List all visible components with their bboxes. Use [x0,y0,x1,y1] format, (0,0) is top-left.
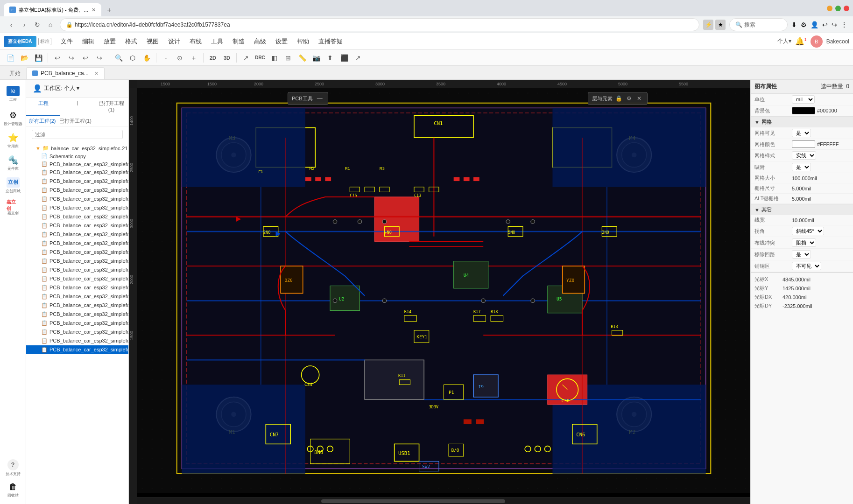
browser-tab-active[interactable]: E 嘉立创EDA(标准版) - 免费、易... ✕ [4,3,101,16]
home-button[interactable]: ⌂ [45,19,56,30]
redo-button[interactable]: ↪ [65,51,78,64]
tree-file-7[interactable]: 📋 PCB_balance_car_esp32_simplefoc-21 2可成… [26,212,128,221]
tree-file-9[interactable]: 📋 PCB_balance_car_esp32_simplefoc-21 3手动… [26,230,128,239]
tree-file-20[interactable]: 📋 PCB_balance_car_esp32_simplefoc-21 6.覆… [26,328,128,336]
menu-view[interactable]: 视图 [143,35,162,48]
sidebar-icon-comp-lib[interactable]: 🔩 元件库 [3,153,23,173]
scrollbar-thumb-h[interactable] [321,499,505,503]
username[interactable]: Bakecool [826,38,849,45]
forward-button[interactable]: › [19,19,30,30]
tree-file-14[interactable]: 📋 PCB_balance_car_esp32_simplefoc-21 4自动… [26,274,128,283]
grid-style-dropdown[interactable]: 实线 点线 [792,151,816,160]
maximize-button[interactable] [835,6,841,11]
sidebar-icon-shop[interactable]: 立创 立创商城 [3,175,23,196]
grid-color-swatch[interactable] [792,140,815,148]
routing-conflict-dropdown[interactable]: 阻挡 忽略 [792,238,816,247]
open-file-button[interactable]: 📂 [18,51,31,64]
tab-pcb[interactable]: PCB_balance_ca... ✕ [26,67,105,79]
pcb-tools-minimize[interactable]: — [316,94,324,103]
menu-advanced[interactable]: 高级 [250,35,270,48]
grid-section-header[interactable]: ▼ 网格 [751,117,853,127]
unit-dropdown[interactable]: mil mm [792,95,815,104]
arrow-button[interactable]: ↗ [240,51,253,64]
layers-lock[interactable]: 🔒 [614,94,623,103]
snap-dropdown[interactable]: 是 否 [792,163,811,171]
grid-btn[interactable]: ⊞ [282,51,295,64]
tree-file-6[interactable]: 📋 PCB_balance_car_esp32_simplefoc-21 2可成… [26,203,128,212]
zoom-fit-button[interactable]: ⊙ [173,51,186,64]
tree-file-22[interactable]: 📋 PCB_balance_car_esp32_simplefoc-21 6.覆… [26,345,128,354]
horizontal-scrollbar[interactable] [137,497,750,504]
history-icon[interactable]: ↩ [822,21,828,28]
other-section-header[interactable]: ▼ 其它 [751,204,853,215]
2d-button[interactable]: 2D [206,51,219,64]
forward-hist-icon[interactable]: ↪ [832,21,837,28]
back-button[interactable]: ‹ [6,19,17,30]
panel-tab-project[interactable]: 工程 [26,98,60,116]
tree-file-2[interactable]: 📋 PCB_balance_car_esp32_simplefoc-21 1副本 [26,168,128,177]
undo2-button[interactable]: ↩ [79,51,92,64]
pan-button[interactable]: ✋ [140,51,153,64]
layers-settings[interactable]: ⚙ [625,94,633,103]
tree-file-11[interactable]: 📋 PCB_balance_car_esp32_simplefoc-21 4自动… [26,248,128,257]
tree-project-root[interactable]: ▼ 📁 balance_car_esp32_simplefoc-21 [26,144,128,152]
tree-file-21[interactable]: 📋 PCB_balance_car_esp32_simplefoc-21 6.覆… [26,336,128,345]
tab-close-button[interactable]: ✕ [92,7,96,13]
menu-settings[interactable]: 设置 [272,35,291,48]
zoom-out-button[interactable]: - [159,51,172,64]
extensions-icon[interactable]: ⚙ [801,21,807,28]
tree-file-16[interactable]: 📋 PCB_balance_car_esp32_simplefoc-21 5自动… [26,292,128,301]
url-bar[interactable]: 🔒 https://lceda.cn/editor#id=deb0fcfdbf7… [60,18,699,31]
search-input[interactable] [744,21,782,28]
browser-ext-2[interactable]: ★ [715,20,726,30]
sidebar-icon-project[interactable]: Ie 工程 [3,84,23,104]
menu-design[interactable]: 设计 [164,35,184,48]
personal-label[interactable]: 个人▾ [777,37,791,45]
notification-bell[interactable]: 🔔1 [795,37,807,46]
grid-visible-dropdown[interactable]: 是 否 [792,129,811,137]
tree-file-0[interactable]: 📄 Schematic copy [26,152,128,160]
menu-tools[interactable]: 工具 [207,35,227,48]
layer-btn[interactable]: ◧ [268,51,281,64]
save-button[interactable]: 💾 [32,51,45,64]
browser-ext-1[interactable]: ⚡ [703,20,713,30]
tree-file-15[interactable]: 📋 PCB_balance_car_esp32_simplefoc-21 5自动… [26,283,128,292]
tree-file-8[interactable]: 📋 PCB_balance_car_esp32_simplefoc-21 3手动… [26,221,128,230]
new-file-button[interactable]: 📄 [4,51,17,64]
bg-color-swatch[interactable] [792,107,815,114]
menu-place[interactable]: 放置 [100,35,120,48]
sidebar-icon-support[interactable]: ? 技术支持 [3,457,23,478]
search-tool-button[interactable]: 🔍 [112,51,125,64]
pcb-canvas-svg[interactable]: M3 M4 M1 M2 CN1 [137,88,750,493]
tree-file-19[interactable]: 📋 PCB_balance_car_esp32_simplefoc-21 6.覆… [26,319,128,328]
new-tab-button[interactable]: + [103,4,115,16]
remove-loop-dropdown[interactable]: 是 否 [792,250,811,259]
tree-file-13[interactable]: 📋 PCB_balance_car_esp32_simplefoc-21 4自动… [26,266,128,274]
tree-file-10[interactable]: 📋 PCB_balance_car_esp32_simplefoc-21 3手动… [26,239,128,248]
filter-input[interactable] [32,130,123,139]
sidebar-icon-jlc[interactable]: 嘉立创 嘉立创 [3,197,23,218]
share-btn[interactable]: ↗ [352,51,365,64]
3d-button[interactable]: 3D [220,51,233,64]
select-button[interactable]: ⬡ [126,51,139,64]
import-btn[interactable]: ⬆ [324,51,337,64]
tree-file-4[interactable]: 📋 PCB_balance_car_esp32_simplefoc-21 副本-… [26,186,128,195]
tree-file-5[interactable]: 📋 PCB_balance_car_esp32_simplefoc-21 副本-… [26,195,128,203]
refresh-button[interactable]: ↻ [32,19,43,30]
tab-pcb-close[interactable]: ✕ [94,70,99,77]
close-button[interactable] [844,6,849,11]
menu-route[interactable]: 布线 [186,35,205,48]
copper-area-dropdown[interactable]: 不可见 可见 [792,262,821,270]
tree-file-12[interactable]: 📋 PCB_balance_car_esp32_simplefoc-21 4自动… [26,257,128,266]
minimize-button[interactable] [827,6,832,11]
stack-btn[interactable]: ⬛ [338,51,351,64]
menu-file[interactable]: 文件 [57,35,77,48]
tree-file-1[interactable]: 📋 PCB_balance_car_esp32_simplefoc copy c… [26,160,128,168]
menu-manufacture[interactable]: 制造 [229,35,248,48]
menu-help[interactable]: 帮助 [293,35,313,48]
redo2-button[interactable]: ↪ [93,51,106,64]
canvas-area[interactable]: 1500 1500 2000 2500 3000 3500 4000 4500 … [129,80,750,504]
tree-file-17[interactable]: 📋 PCB_balance_car_esp32_simplefoc-21 5自动… [26,301,128,310]
tree-file-3[interactable]: 📋 PCB_balance_car_esp32_simplefoc-21 副本-… [26,177,128,186]
open-projects-count[interactable]: 已打开工程(1) [59,118,91,125]
